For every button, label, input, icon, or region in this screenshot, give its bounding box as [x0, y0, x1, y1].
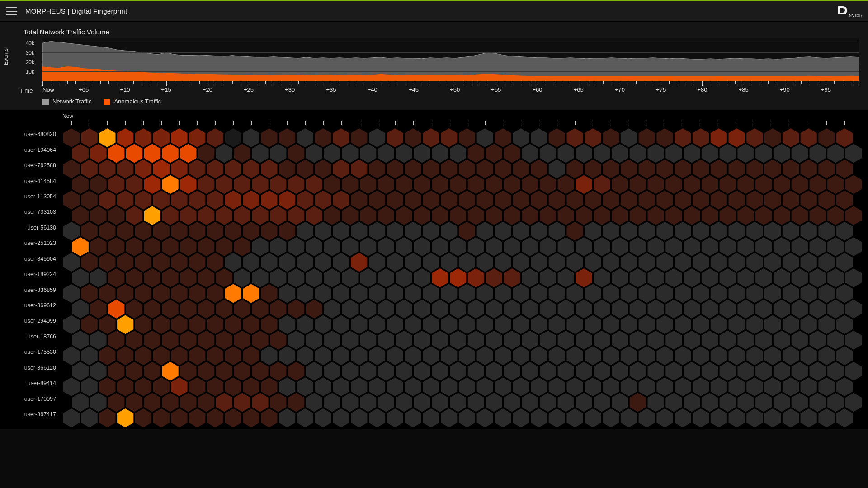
- hex-cell[interactable]: [566, 408, 584, 428]
- legend-swatch: [104, 99, 110, 105]
- x-tick-label: Now: [42, 86, 54, 93]
- heatmap-row-label: user-845904: [0, 251, 62, 267]
- heatmap-row-label: user-294099: [0, 313, 62, 328]
- heatmap-row-label: user-867417: [0, 407, 62, 422]
- y-tick-label: 20k: [23, 59, 34, 66]
- legend-item-anomalous[interactable]: Anomalous Traffic: [104, 98, 161, 105]
- x-tick-label: +30: [285, 86, 295, 93]
- hex-cell[interactable]: [530, 408, 547, 428]
- x-tick-label: +95: [821, 86, 831, 93]
- x-tick-label: +60: [533, 86, 542, 93]
- hex-cell[interactable]: [225, 408, 242, 428]
- hex-cell[interactable]: [278, 408, 296, 428]
- x-tick-label: +35: [326, 86, 336, 93]
- heatmap-row-label: user-414584: [0, 173, 62, 188]
- hex-cell[interactable]: [476, 408, 494, 428]
- x-tick-label: +80: [697, 86, 707, 93]
- app-title: MORPHEUS | Digital Fingerprint: [25, 7, 127, 15]
- y-axis-label: Events: [3, 48, 9, 65]
- hex-cell[interactable]: [405, 408, 422, 428]
- heatmap-row-label: user-189224: [0, 267, 62, 282]
- heatmap-row-label: user-762588: [0, 158, 62, 173]
- heatmap-row-label: user-369612: [0, 298, 62, 313]
- hex-cell[interactable]: [692, 408, 709, 428]
- hex-cell[interactable]: [81, 408, 98, 428]
- hex-cell[interactable]: [387, 408, 404, 428]
- menu-icon[interactable]: [6, 7, 17, 15]
- x-tick-label: +10: [120, 86, 130, 93]
- svg-text:NVIDIA: NVIDIA: [849, 14, 862, 18]
- hex-cell[interactable]: [836, 408, 853, 428]
- hex-cell[interactable]: [260, 408, 278, 428]
- hex-cell[interactable]: [135, 408, 152, 428]
- heatmap-row-label: user-170097: [0, 391, 62, 406]
- hex-cell[interactable]: [728, 408, 745, 428]
- hex-cell[interactable]: [494, 408, 511, 428]
- heatmap-row-label: user-366120: [0, 360, 62, 375]
- chart-legend: Network Traffic Anomalous Traffic: [42, 98, 861, 105]
- heatmap-row-label: user-251023: [0, 235, 62, 251]
- hex-cell[interactable]: [620, 408, 637, 428]
- hex-cell[interactable]: [207, 408, 224, 428]
- app-header: MORPHEUS | Digital Fingerprint NVIDIA: [0, 1, 868, 22]
- x-tick-label: +15: [161, 86, 171, 93]
- hex-cell[interactable]: [297, 408, 314, 428]
- hex-cell[interactable]: [170, 408, 188, 428]
- y-tick-label: 40k: [23, 40, 34, 47]
- hex-cell[interactable]: [638, 408, 656, 428]
- x-tick-label: +55: [491, 86, 501, 93]
- hex-cell[interactable]: [63, 408, 80, 428]
- x-axis-tick-labels: Now+05+10+15+20+25+30+35+40+45+50+55+60+…: [42, 86, 859, 94]
- x-tick-label: +50: [450, 86, 460, 93]
- y-tick-label: 10k: [23, 69, 34, 75]
- legend-label: Anomalous Traffic: [114, 98, 161, 105]
- hex-cell[interactable]: [117, 408, 134, 428]
- hex-heatmap-panel: Now user-680820user-194064user-762588use…: [0, 110, 868, 429]
- heatmap-row-label: user-194064: [0, 142, 62, 157]
- hex-cell[interactable]: [548, 408, 566, 428]
- legend-label: Network Traffic: [52, 98, 91, 105]
- x-axis-ticks: [42, 81, 859, 85]
- hex-cell[interactable]: [368, 408, 386, 428]
- hex-cell[interactable]: [243, 408, 260, 428]
- hex-cell[interactable]: [602, 408, 619, 428]
- hex-cell[interactable]: [315, 408, 332, 428]
- hex-cell[interactable]: [818, 408, 835, 428]
- heatmap-row-label: user-56130: [0, 220, 62, 235]
- hex-cell[interactable]: [584, 408, 601, 428]
- x-tick-label: +70: [615, 86, 625, 93]
- hex-cell[interactable]: [746, 408, 763, 428]
- hex-heatmap[interactable]: [62, 127, 863, 429]
- legend-swatch: [42, 99, 49, 105]
- hex-cell[interactable]: [153, 408, 170, 428]
- heatmap-row-label: user-175530: [0, 344, 62, 360]
- heatmap-row-label: user-836859: [0, 282, 62, 297]
- hex-cell[interactable]: [440, 408, 458, 428]
- hex-cell[interactable]: [710, 408, 727, 428]
- hex-cell[interactable]: [656, 408, 673, 428]
- hex-cell[interactable]: [332, 408, 349, 428]
- x-tick-label: +75: [656, 86, 666, 93]
- area-chart[interactable]: [42, 38, 859, 81]
- x-axis-label: Time: [7, 87, 42, 94]
- hex-cell[interactable]: [422, 408, 439, 428]
- hex-cell[interactable]: [99, 408, 116, 428]
- x-tick-label: +20: [203, 86, 212, 93]
- hex-cell[interactable]: [764, 408, 781, 428]
- hex-cell[interactable]: [458, 408, 476, 428]
- x-tick-label: +45: [409, 86, 419, 93]
- x-tick-label: +90: [780, 86, 790, 93]
- hex-cell[interactable]: [782, 408, 799, 428]
- heatmap-row-label: user-89414: [0, 375, 62, 391]
- legend-item-network[interactable]: Network Traffic: [42, 98, 91, 105]
- y-tick-label: 30k: [23, 50, 34, 56]
- hex-cell[interactable]: [512, 408, 529, 428]
- hex-cell[interactable]: [674, 408, 691, 428]
- hex-cell[interactable]: [189, 408, 206, 428]
- hex-cell[interactable]: [800, 408, 817, 428]
- heatmap-ticks: [62, 121, 863, 126]
- traffic-chart-panel: Total Network Traffic Volume Events Time…: [0, 22, 868, 110]
- x-tick-label: +05: [79, 86, 89, 93]
- hex-cell[interactable]: [350, 408, 368, 428]
- x-tick-label: +65: [574, 86, 584, 93]
